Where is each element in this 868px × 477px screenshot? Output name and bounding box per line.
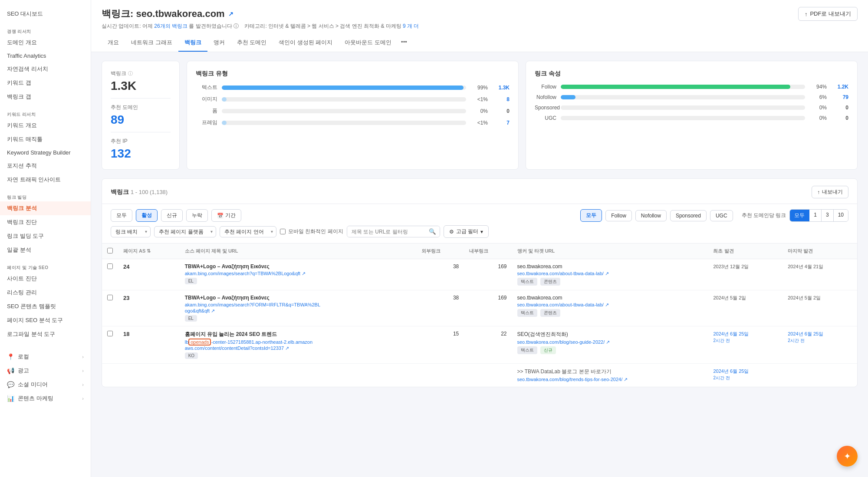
- td-first-seen: 2023년 12월 2일: [708, 259, 783, 290]
- td-checkbox: [102, 326, 118, 364]
- export-pdf-button[interactable]: ↑ PDF로 내보내기: [798, 7, 858, 21]
- sidebar-item-traffic-analytics[interactable]: Traffic Analytics: [0, 49, 91, 62]
- sidebar-item-link-building-tool[interactable]: 링크 빌딩 도구: [0, 229, 91, 243]
- sidebar-item-social-media[interactable]: 💬 소셜 미디어 ›: [0, 378, 91, 391]
- search-button[interactable]: 🔍: [425, 226, 440, 237]
- anchor-target-url[interactable]: seo.tbwakorea.com/blog/trends-tips-for-s…: [517, 377, 628, 382]
- row-checkbox[interactable]: [107, 331, 113, 336]
- source-url-link[interactable]: akam.bing.com/images/search?FORM=IRFLTR&…: [185, 302, 320, 307]
- tab-backlinks[interactable]: 백링크: [178, 34, 207, 52]
- source-url-link-2[interactable]: ogo&qft&qft ↗: [185, 308, 215, 313]
- sidebar-item-domain-overview[interactable]: 도메인 개요: [0, 36, 91, 49]
- tab-indexed-pages[interactable]: 색인이 생성된 페이지: [273, 34, 339, 52]
- sidebar-item-listing-management[interactable]: 리스팅 관리: [0, 286, 91, 299]
- highlight-openads: openads: [188, 339, 211, 345]
- sidebar-item-page-seo-checker[interactable]: 페이지 SEO 분석 도구: [0, 313, 91, 327]
- tag-content: 콘텐츠: [540, 278, 560, 286]
- anchor-target-url[interactable]: seo.tbwakorea.com/about-tbwa-data-lab/ ↗: [517, 271, 609, 276]
- filter-btn-ugc[interactable]: UGC: [710, 210, 733, 221]
- advanced-filter-button[interactable]: ⚙ 고급 필터 ▾: [444, 225, 489, 238]
- category-more-link[interactable]: 9 개 더: [403, 23, 419, 29]
- td-external: 38: [416, 290, 464, 326]
- th-internal-links: 내부링크: [464, 243, 512, 259]
- tab-outbound-domains[interactable]: 아웃바운드 도메인: [339, 34, 398, 52]
- url-search-input[interactable]: [347, 227, 425, 237]
- bar-label: 프레임: [196, 119, 217, 126]
- sidebar-label: 백링크 갭: [7, 93, 31, 101]
- sidebar: SEO 대시보드 경쟁 리서치 도메인 개요 Traffic Analytics…: [0, 0, 91, 477]
- sidebar-item-site-diagnosis[interactable]: 사이트 진단: [0, 272, 91, 286]
- domain-count-all[interactable]: 모두: [790, 210, 809, 221]
- row-checkbox[interactable]: [107, 263, 113, 269]
- bar-label: Nofollow: [535, 94, 556, 100]
- sidebar-item-seo-dashboard[interactable]: SEO 대시보드: [0, 7, 91, 21]
- tab-more[interactable]: •••: [398, 34, 411, 52]
- td-internal: [464, 364, 512, 387]
- sidebar-item-keyword-strategy-builder[interactable]: Keyword Strategy Builder: [0, 146, 91, 159]
- platform-select[interactable]: 추천 페이지 플랫폼: [154, 226, 216, 237]
- filter-btn-follow[interactable]: Follow: [605, 210, 632, 221]
- sidebar-item-log-file-analyzer[interactable]: 로그파일 분석 도구: [0, 327, 91, 341]
- filter-btn-nofollow[interactable]: Nofollow: [635, 210, 667, 221]
- sidebar-item-content-marketing[interactable]: 📊 콘텐츠 마케팅 ›: [0, 391, 91, 405]
- bar-count: 7: [492, 120, 510, 126]
- th-page-as[interactable]: 페이지 AS ⇅: [118, 243, 180, 259]
- tab-referring-domains[interactable]: 추천 도메인: [231, 34, 273, 52]
- sidebar-item-seo-content-template[interactable]: SEO 콘텐츠 템플릿: [0, 299, 91, 313]
- sidebar-item-ads[interactable]: 📢 광고 ›: [0, 364, 91, 378]
- tab-overview[interactable]: 개요: [102, 34, 125, 52]
- domain-count-1[interactable]: 1: [809, 210, 822, 221]
- tab-network-graph[interactable]: 네트워크 그래프: [125, 34, 178, 52]
- th-external-links: 외부링크: [416, 243, 464, 259]
- content-marketing-icon: 📊: [7, 395, 14, 402]
- domain-count-10[interactable]: 10: [834, 210, 848, 221]
- table-export-button[interactable]: ↑ 내보내기: [812, 186, 848, 198]
- ai-chat-button[interactable]: ✦: [837, 446, 858, 467]
- bar-label: 이미지: [196, 95, 217, 103]
- bar-fill: [222, 121, 227, 125]
- td-checkbox: [102, 259, 118, 290]
- sidebar-item-keyword-magic[interactable]: 키워드 매직툴: [0, 132, 91, 146]
- sidebar-item-organic-traffic-insights[interactable]: 자연 트래픽 인사이트: [0, 173, 91, 187]
- sidebar-item-keyword-gap[interactable]: 키워드 갭: [0, 76, 91, 90]
- sidebar-item-organic-research[interactable]: 자연검색 리서치: [0, 62, 91, 76]
- filter-btn-calendar[interactable]: 📅 기간: [211, 209, 241, 222]
- anchor-target-url[interactable]: seo.tbwakorea.com/about-tbwa-data-lab/ ↗: [517, 302, 609, 307]
- chevron-right-icon: ›: [82, 354, 84, 359]
- bar-count: 1.3K: [492, 85, 510, 91]
- filter-btn-new[interactable]: 신규: [161, 209, 183, 222]
- sidebar-item-backlink-analytics[interactable]: 백링크 분석: [0, 201, 91, 215]
- backlink-count-link[interactable]: 26개의 백링크: [154, 23, 187, 29]
- tag-text: 텍스트: [517, 346, 537, 354]
- anchor-target-url[interactable]: seo.tbwakorea.com/blog/seo-guide-2022/ ↗: [517, 339, 610, 345]
- source-url-link[interactable]: aws.com/content/contentDetail?contsId=12…: [185, 345, 289, 351]
- bar-pct: 0%: [470, 108, 488, 114]
- filter-btn-sponsored[interactable]: Sponsored: [670, 210, 707, 221]
- referring-domain-label: 추천 도메인: [111, 104, 171, 111]
- filter-btn-all-status[interactable]: 모두: [111, 209, 132, 222]
- sidebar-item-backlink-diagnosis[interactable]: 백링크 진단: [0, 215, 91, 229]
- select-all-checkbox[interactable]: [107, 248, 113, 253]
- mobile-friendly-checkbox[interactable]: [280, 229, 286, 234]
- sidebar-label: 링크 빌딩 도구: [7, 232, 44, 240]
- sidebar-item-keyword-overview[interactable]: 키워드 개요: [0, 118, 91, 132]
- link-placement-select[interactable]: 링크 배치: [111, 226, 151, 237]
- tab-anchors[interactable]: 앵커: [207, 34, 231, 52]
- sidebar-item-backlink-gap[interactable]: 백링크 갭: [0, 90, 91, 104]
- sidebar-item-bulk-analysis[interactable]: 일괄 분석: [0, 243, 91, 257]
- td-last-seen: [783, 364, 857, 387]
- sidebar-item-local[interactable]: 📍 로컬 ›: [0, 350, 91, 364]
- filter-btn-all-type[interactable]: 모두: [580, 209, 602, 222]
- filter-btn-lost[interactable]: 누락: [186, 209, 208, 222]
- bar-fill: [222, 97, 227, 102]
- language-select[interactable]: 추천 페이지 언어: [220, 226, 276, 237]
- source-url-link[interactable]: akam.bing.com/images/search?q=TBWA%2BLog…: [185, 271, 306, 276]
- sidebar-item-position-tracking[interactable]: 포지션 추적: [0, 159, 91, 173]
- row-checkbox[interactable]: [107, 295, 113, 300]
- sidebar-label: 페이지 SEO 분석 도구: [7, 316, 63, 324]
- info-icon[interactable]: ⓘ: [128, 70, 133, 77]
- filter-btn-active[interactable]: 활성: [136, 209, 158, 222]
- external-link-icon[interactable]: ↗: [228, 10, 233, 17]
- chevron-right-icon: ›: [82, 396, 84, 401]
- domain-count-3[interactable]: 3: [822, 210, 834, 221]
